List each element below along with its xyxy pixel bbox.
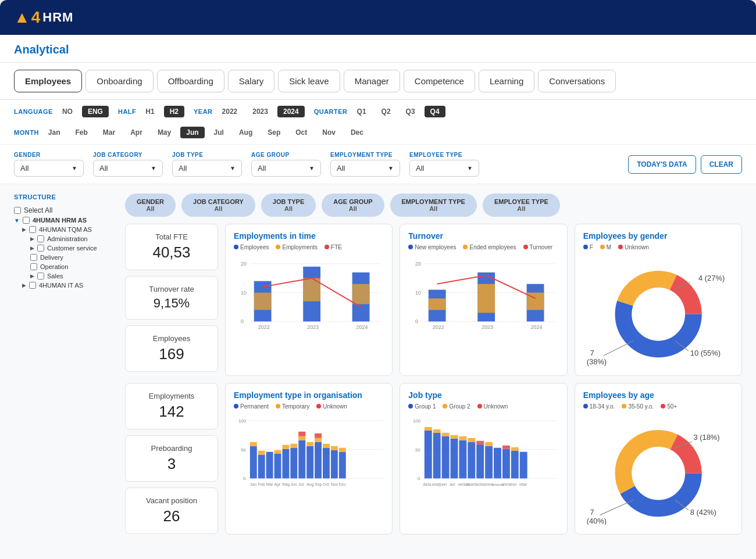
svg-text:2022: 2022: [258, 324, 270, 330]
stat-preboarding: Preboarding 3: [125, 435, 218, 482]
svg-rect-68: [331, 450, 338, 478]
month-oct[interactable]: Oct: [290, 127, 313, 138]
svg-rect-101: [468, 438, 476, 442]
arrow-sales: ▶: [30, 273, 34, 279]
chart-employments-in-time: Employments in time Employees Employment…: [225, 224, 393, 376]
tree-item-sales[interactable]: ▶ Sales: [14, 271, 116, 281]
stat-employments: Employments 142: [125, 383, 218, 429]
q4[interactable]: Q4: [425, 106, 445, 117]
month-dec[interactable]: Dec: [345, 127, 369, 138]
chart-turnover: Turnover New employees Ended employees T…: [400, 224, 567, 376]
q1[interactable]: Q1: [351, 106, 372, 117]
employee-type-dropdown[interactable]: All▼: [409, 160, 479, 177]
sales-checkbox[interactable]: [37, 273, 44, 280]
svg-rect-9: [254, 293, 272, 310]
tree-item-admin[interactable]: ▶ Administration: [14, 234, 116, 243]
select-all-checkbox[interactable]: [14, 207, 21, 214]
year-2023[interactable]: 2023: [247, 106, 274, 117]
tree-item-operation[interactable]: Operation: [14, 262, 116, 271]
expand-icon-hrm: ▼: [14, 217, 20, 224]
age-donut-svg: 3 (18%) 8 (42%) 7 (40%): [583, 417, 733, 525]
tab-sick-leave[interactable]: Sick leave: [278, 70, 340, 92]
svg-rect-61: [306, 446, 313, 478]
tree-item-tqm[interactable]: ▶ 4HUMAN TQM AS: [14, 225, 116, 234]
svg-rect-51: [266, 451, 273, 478]
lang-eng[interactable]: ENG: [82, 106, 109, 117]
tab-manager[interactable]: Manager: [344, 70, 400, 92]
tab-salary[interactable]: Salary: [228, 70, 275, 92]
svg-text:2024: 2024: [356, 324, 368, 330]
sales-label: Sales: [47, 273, 63, 280]
customer-checkbox[interactable]: [37, 245, 44, 252]
tqm-checkbox[interactable]: [29, 226, 36, 233]
job-type-dropdown[interactable]: All▼: [172, 160, 242, 177]
half-h1[interactable]: H1: [140, 106, 160, 117]
tab-conversations[interactable]: Conversations: [538, 70, 616, 92]
svg-text:50: 50: [415, 447, 420, 452]
svg-text:Jan: Jan: [250, 482, 256, 486]
tree-item-hrm[interactable]: ▼ 4HUMAN HRM AS: [14, 216, 116, 225]
hrm-label: 4HUMAN HRM AS: [33, 217, 87, 224]
clear-button[interactable]: CLEAR: [701, 155, 742, 174]
age-group-dropdown[interactable]: All▼: [251, 160, 321, 177]
hrm-checkbox[interactable]: [23, 217, 30, 224]
tree-item-delivery[interactable]: Delivery: [14, 253, 116, 262]
month-jan[interactable]: Jan: [42, 127, 66, 138]
admin-checkbox[interactable]: [37, 235, 44, 242]
svg-text:0: 0: [241, 318, 244, 324]
svg-rect-66: [323, 447, 330, 478]
svg-text:Mar: Mar: [266, 482, 274, 486]
svg-text:omnis: omnis: [501, 482, 511, 486]
year-2022[interactable]: 2022: [216, 106, 244, 117]
tabs-bar: Employees Onboarding Offboarding Salary …: [0, 63, 756, 100]
lang-no[interactable]: NO: [56, 106, 79, 117]
it-checkbox[interactable]: [29, 282, 36, 289]
select-all-item[interactable]: Select All: [14, 205, 116, 216]
delivery-checkbox[interactable]: [30, 254, 37, 261]
month-nov[interactable]: Nov: [316, 127, 341, 138]
tab-employees[interactable]: Employees: [14, 70, 82, 92]
tab-onboarding[interactable]: Onboarding: [85, 70, 153, 92]
svg-text:May: May: [282, 482, 290, 487]
month-label: MONTH: [14, 129, 39, 136]
svg-text:non: non: [511, 482, 517, 486]
q3[interactable]: Q3: [400, 106, 421, 117]
svg-text:vitae: vitae: [519, 482, 527, 486]
svg-text:Sep: Sep: [315, 482, 322, 487]
tab-competence[interactable]: Competence: [404, 70, 475, 92]
today-data-button[interactable]: TODAY'S DATA: [628, 155, 696, 174]
svg-text:Jul: Jul: [298, 482, 304, 486]
tab-offboarding[interactable]: Offboarding: [157, 70, 224, 92]
structure-title: STRUCTURE: [14, 193, 116, 200]
svg-rect-103: [477, 440, 484, 444]
gender-dropdown[interactable]: All▼: [14, 160, 84, 177]
svg-rect-58: [298, 440, 305, 478]
tree-item-it[interactable]: ▶ 4HUMAN IT AS: [14, 281, 116, 290]
month-sep[interactable]: Sep: [262, 127, 286, 138]
year-2024[interactable]: 2024: [277, 106, 305, 117]
job-type-dropdown-label: JOB TYPE: [172, 152, 242, 158]
svg-rect-99: [459, 436, 467, 440]
svg-text:Oct: Oct: [323, 482, 329, 486]
operation-checkbox[interactable]: [30, 263, 37, 270]
month-jun[interactable]: Jun: [180, 127, 204, 138]
month-feb[interactable]: Feb: [70, 127, 94, 138]
month-jul[interactable]: Jul: [208, 127, 230, 138]
gender-dropdown-label: GENDER: [14, 152, 84, 158]
month-apr[interactable]: Apr: [124, 127, 148, 138]
tab-learning[interactable]: Learning: [479, 70, 534, 92]
svg-text:Jun: Jun: [290, 482, 297, 486]
half-h2[interactable]: H2: [164, 106, 184, 117]
month-aug[interactable]: Aug: [233, 127, 258, 138]
q2[interactable]: Q2: [376, 106, 397, 117]
month-mar[interactable]: Mar: [97, 127, 121, 138]
svg-rect-62: [306, 442, 313, 446]
job-category-dropdown[interactable]: All▼: [93, 160, 163, 177]
tree-item-customer[interactable]: ▶ Customer service: [14, 243, 116, 253]
dropdown-bar: GENDER All▼ JOB CATEGORY All▼ JOB TYPE A…: [0, 145, 756, 184]
svg-rect-102: [477, 444, 484, 478]
svg-text:0: 0: [418, 476, 420, 481]
sidebar: STRUCTURE Select All ▼ 4HUMAN HRM AS ▶ 4…: [14, 193, 116, 559]
employment-type-dropdown[interactable]: All▼: [330, 160, 400, 177]
month-may[interactable]: May: [152, 127, 177, 138]
